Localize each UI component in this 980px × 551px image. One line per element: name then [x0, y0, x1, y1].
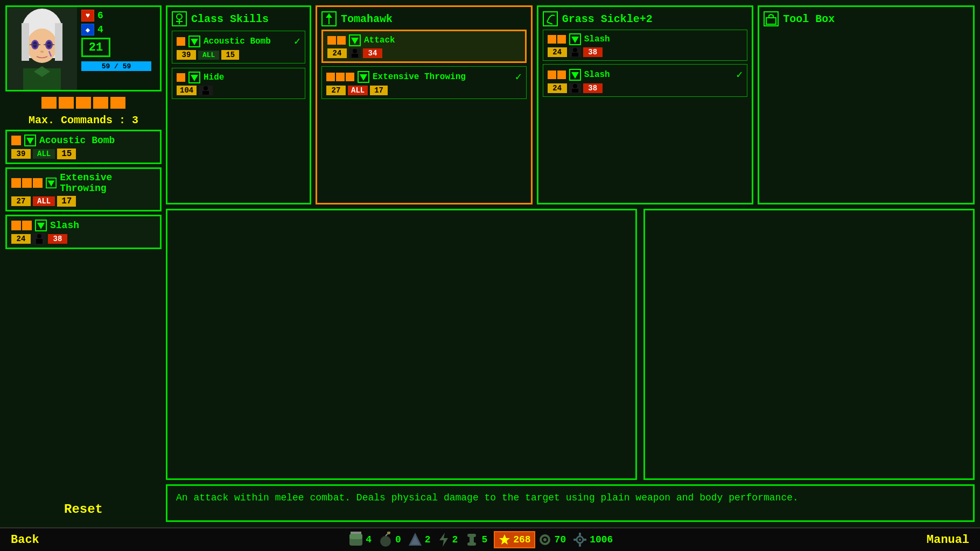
weapons-row: Class Skills Acoustic Bomb ✓ — [166, 5, 975, 204]
person-icon — [202, 86, 209, 95]
svg-point-39 — [353, 49, 357, 53]
left-skill-acoustic-bomb[interactable]: Acoustic Bomb 39 ALL 15 — [5, 130, 162, 164]
stat-blue-box: ◆ — [81, 24, 94, 36]
gear-icon — [537, 532, 552, 548]
hp-bar-container: 59 / 59 — [81, 61, 156, 71]
skill-target — [349, 48, 361, 58]
skill-target: ALL — [33, 196, 55, 206]
skill-pips — [11, 136, 21, 145]
left-skill-slash[interactable]: Slash 24 38 — [5, 215, 162, 249]
svg-rect-75 — [583, 539, 586, 541]
star-count: 268 — [513, 534, 530, 545]
skill-entry-header: Slash ✓ — [548, 68, 743, 81]
powder-icon — [408, 532, 423, 548]
svg-marker-46 — [571, 37, 579, 43]
bottom-bar: Back 4 0 2 2 — [0, 527, 980, 551]
person-icon — [571, 84, 579, 93]
skill-arr-icon — [349, 34, 361, 46]
tomahawk-attack-name: Attack — [364, 36, 395, 45]
svg-point-13 — [40, 51, 44, 53]
cog-count: 1006 — [590, 534, 613, 545]
star-icon — [498, 533, 511, 546]
skill-target: ALL — [198, 51, 219, 60]
tool-box-title: Tool Box — [783, 13, 835, 25]
grass-sickle-title: Grass Sickle+2 — [562, 13, 653, 25]
svg-rect-4 — [22, 23, 29, 61]
grass-sickle-icon — [543, 11, 558, 26]
svg-rect-55 — [351, 532, 361, 534]
skill-entry-header: Attack — [327, 34, 521, 46]
check-mark: ✓ — [515, 70, 522, 83]
svg-rect-48 — [572, 53, 578, 56]
potion-icon — [348, 532, 363, 548]
skill-cost: 34 — [363, 48, 382, 58]
character-portrait — [7, 7, 77, 90]
class-skills-icon — [172, 11, 187, 26]
skill-entry-header: Slash — [548, 33, 743, 45]
svg-point-51 — [573, 84, 577, 88]
bomb-count: 0 — [395, 534, 401, 545]
stat-blue-row: ◆ 4 — [81, 24, 156, 36]
check-mark: ✓ — [736, 68, 743, 81]
skill-header: Extensive Throwing — [11, 172, 156, 194]
skill-arr-icon — [569, 69, 581, 81]
tool-box-panel: Tool Box — [758, 5, 975, 204]
tomahawk-attack-skill[interactable]: Attack 24 34 — [321, 30, 527, 63]
skill-power: 24 — [327, 48, 347, 58]
class-skill-name-hide: Hide — [204, 73, 224, 82]
svg-point-32 — [204, 86, 208, 90]
wrench-icon — [464, 532, 479, 548]
skill-name: Slash — [50, 220, 79, 231]
tomahawk-extensive-throwing-skill[interactable]: Extensive Throwing ✓ 27 ALL 17 — [321, 66, 527, 99]
class-skill-hide[interactable]: Hide 104 — [172, 68, 305, 99]
pip-3 — [76, 97, 91, 109]
tomahawk-title: Tomahawk — [341, 13, 393, 25]
wrench-count: 5 — [481, 534, 487, 545]
powder-count: 2 — [425, 534, 431, 545]
svg-rect-40 — [352, 54, 358, 58]
weapon-header: Class Skills — [172, 11, 305, 26]
skill-pips — [11, 221, 32, 230]
grass-sickle-slash2[interactable]: Slash ✓ 24 38 — [543, 64, 748, 97]
svg-point-58 — [380, 536, 391, 547]
svg-rect-23 — [36, 239, 43, 244]
svg-rect-65 — [467, 534, 476, 537]
skill-pips — [327, 36, 346, 45]
skill-cost: 17 — [57, 196, 76, 207]
svg-point-71 — [579, 539, 581, 541]
left-skill-extensive-throwing[interactable]: Extensive Throwing 27 ALL 17 — [5, 167, 162, 211]
manual-button[interactable]: Manual — [927, 533, 969, 547]
back-button[interactable]: Back — [11, 533, 39, 547]
skill-cost: 38 — [583, 83, 603, 93]
class-skill-acoustic-bomb[interactable]: Acoustic Bomb ✓ 39 ALL 15 — [172, 31, 305, 63]
bottom-rows — [166, 209, 975, 480]
skill-pip — [337, 36, 346, 45]
svg-marker-36 — [326, 13, 332, 18]
skill-power: 39 — [177, 50, 196, 60]
skill-entry-header: Hide — [177, 72, 300, 83]
svg-rect-33 — [202, 91, 209, 95]
skill-stats: 24 34 — [327, 48, 521, 58]
skill-stats: 104 — [177, 86, 300, 95]
reset-button[interactable]: Reset — [5, 497, 162, 522]
skill-arr-icon — [188, 36, 200, 47]
stat-red-icon: ♥ — [86, 11, 90, 20]
skill-pip — [336, 73, 345, 81]
right-panel: Class Skills Acoustic Bomb ✓ — [166, 5, 975, 522]
svg-rect-66 — [467, 542, 476, 546]
potion-count: 4 — [366, 534, 372, 545]
person-icon — [571, 48, 579, 56]
grass-sickle-slash1[interactable]: Slash 24 38 — [543, 30, 748, 61]
svg-marker-67 — [499, 534, 510, 545]
char-stats: ♥ 6 ◆ 4 21 59 / 59 — [77, 7, 160, 90]
class-skills-panel: Class Skills Acoustic Bomb ✓ — [166, 5, 311, 204]
description-box: An attack within melee combat. Deals phy… — [166, 484, 975, 522]
tool-box-icon — [764, 11, 779, 26]
svg-marker-17 — [26, 138, 34, 144]
skill-cost: 15 — [57, 149, 76, 159]
skill-pip — [346, 73, 354, 81]
skill-pips — [548, 70, 566, 79]
svg-point-69 — [543, 538, 547, 541]
skill-icon — [24, 135, 36, 146]
skill-stats: 27 ALL 17 — [326, 86, 522, 95]
